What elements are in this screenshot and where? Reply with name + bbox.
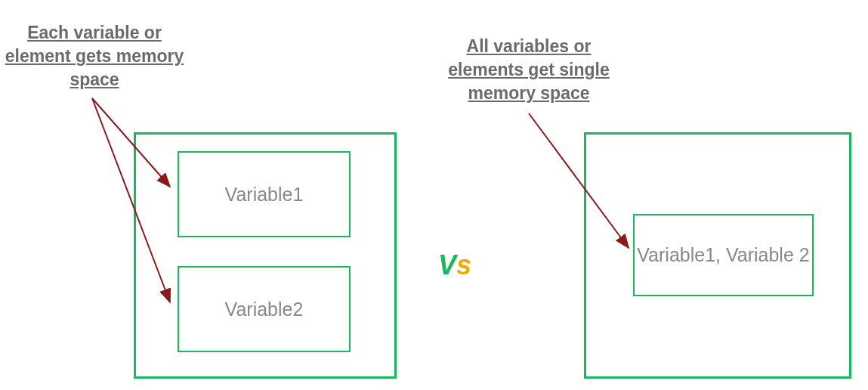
vs-s: s <box>456 249 471 280</box>
right-variable-text: Variable1, Variable 2 <box>637 243 809 268</box>
left-variable2-text: Variable2 <box>225 297 304 322</box>
left-variable2-box: Variable2 <box>178 266 351 352</box>
left-variable1-box: Variable1 <box>178 151 351 237</box>
right-outer-box: Variable1, Variable 2 <box>584 132 851 379</box>
vs-label: Vs <box>438 249 471 281</box>
right-label: All variables or elements get single mem… <box>431 35 627 105</box>
vs-v: V <box>438 249 456 280</box>
left-variable1-text: Variable1 <box>225 182 304 207</box>
left-label: Each variable or element gets memory spa… <box>0 21 189 91</box>
left-outer-box: Variable1 Variable2 <box>134 132 397 379</box>
right-variable-box: Variable1, Variable 2 <box>633 214 814 296</box>
